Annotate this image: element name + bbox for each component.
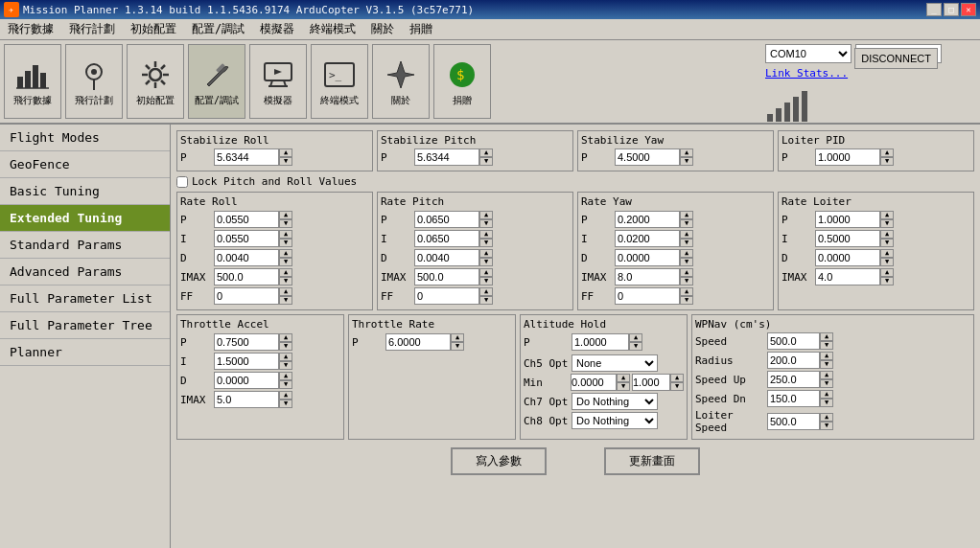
throttle-accel-i-down[interactable]: ▼ — [279, 361, 292, 370]
altitude-hold-p-up[interactable]: ▲ — [629, 333, 642, 342]
rate-pitch-imax-input[interactable] — [414, 268, 479, 285]
loiter-pid-p-up[interactable]: ▲ — [880, 148, 894, 157]
wpnav-speed-dn-up[interactable]: ▲ — [820, 390, 833, 399]
stabilize-yaw-p-up[interactable]: ▲ — [680, 148, 693, 157]
sidebar-item-full-param-tree[interactable]: Full Parameter Tree — [0, 312, 170, 339]
wpnav-speed-dn-down[interactable]: ▼ — [820, 399, 833, 407]
lock-pitch-roll-checkbox[interactable] — [176, 176, 188, 188]
throttle-accel-p-up[interactable]: ▲ — [279, 333, 292, 342]
rate-yaw-i-input[interactable] — [615, 230, 680, 247]
wpnav-loiter-speed-down[interactable]: ▼ — [820, 422, 833, 430]
sidebar-item-geofence[interactable]: GeoFence — [0, 151, 170, 178]
rate-yaw-ff-up[interactable]: ▲ — [680, 287, 693, 296]
loiter-pid-p-input[interactable] — [815, 148, 880, 166]
stabilize-yaw-p-input[interactable] — [615, 148, 680, 166]
alt-min-down[interactable]: ▼ — [617, 382, 630, 391]
menu-simulation[interactable]: 模擬器 — [252, 19, 302, 39]
loiter-pid-p-down[interactable]: ▼ — [880, 157, 894, 166]
rate-pitch-i-input[interactable] — [414, 230, 479, 247]
wpnav-speed-dn-input[interactable] — [767, 390, 820, 407]
minimize-button[interactable]: _ — [926, 3, 942, 16]
rate-roll-i-up[interactable]: ▲ — [279, 230, 292, 239]
refresh-screen-button[interactable]: 更新畫面 — [604, 447, 700, 475]
menu-flight-data[interactable]: 飛行數據 — [0, 19, 61, 39]
rate-pitch-i-down[interactable]: ▼ — [479, 239, 493, 247]
toolbar-flight-data[interactable]: 飛行數據 — [4, 44, 61, 119]
rate-roll-p-up[interactable]: ▲ — [279, 211, 292, 219]
throttle-rate-p-down[interactable]: ▼ — [451, 342, 464, 351]
rate-yaw-imax-up[interactable]: ▲ — [680, 268, 693, 277]
menu-flight-plan[interactable]: 飛行計劃 — [61, 19, 123, 39]
rate-loiter-p-up[interactable]: ▲ — [880, 211, 894, 219]
wpnav-speed-up-down[interactable]: ▼ — [820, 379, 833, 388]
sidebar-item-full-param-list[interactable]: Full Parameter List — [0, 285, 170, 312]
rate-pitch-imax-up[interactable]: ▲ — [479, 268, 493, 277]
rate-yaw-p-up[interactable]: ▲ — [680, 211, 693, 219]
wpnav-speed-up[interactable]: ▲ — [820, 332, 833, 341]
stabilize-roll-p-down[interactable]: ▼ — [279, 157, 292, 166]
rate-roll-ff-down[interactable]: ▼ — [279, 296, 292, 305]
rate-roll-i-down[interactable]: ▼ — [279, 239, 292, 247]
write-params-button[interactable]: 寫入參數 — [451, 447, 547, 475]
rate-loiter-i-up[interactable]: ▲ — [880, 230, 894, 239]
sidebar-item-basic-tuning[interactable]: Basic Tuning — [0, 178, 170, 205]
stabilize-pitch-p-up[interactable]: ▲ — [479, 148, 493, 157]
rate-loiter-i-down[interactable]: ▼ — [880, 239, 894, 247]
menu-config-tune[interactable]: 配置/調試 — [184, 19, 252, 39]
toolbar-initial-config[interactable]: 初始配置 — [127, 44, 184, 119]
wpnav-speed-up-input[interactable] — [767, 371, 820, 388]
maximize-button[interactable]: □ — [944, 3, 959, 16]
rate-roll-ff-up[interactable]: ▲ — [279, 287, 292, 296]
throttle-accel-d-up[interactable]: ▲ — [279, 372, 292, 380]
rate-yaw-ff-input[interactable] — [615, 287, 680, 305]
rate-loiter-p-input[interactable] — [815, 211, 880, 228]
altitude-hold-p-input[interactable] — [572, 333, 629, 351]
stabilize-roll-p-up[interactable]: ▲ — [279, 148, 292, 157]
rate-yaw-d-up[interactable]: ▲ — [680, 249, 693, 258]
wpnav-radius-up[interactable]: ▲ — [820, 352, 833, 360]
rate-yaw-d-down[interactable]: ▼ — [680, 258, 693, 266]
rate-yaw-i-down[interactable]: ▼ — [680, 239, 693, 247]
wpnav-speed-up-up[interactable]: ▲ — [820, 371, 833, 379]
stabilize-pitch-p-down[interactable]: ▼ — [479, 157, 493, 166]
link-stats-link[interactable]: Link Stats... — [765, 67, 848, 80]
rate-pitch-d-down[interactable]: ▼ — [479, 258, 493, 266]
menu-about[interactable]: 關於 — [363, 19, 402, 39]
wpnav-radius-input[interactable] — [767, 352, 820, 369]
rate-pitch-imax-down[interactable]: ▼ — [479, 277, 493, 285]
rate-yaw-imax-down[interactable]: ▼ — [680, 277, 693, 285]
rate-pitch-p-down[interactable]: ▼ — [479, 219, 493, 228]
stabilize-roll-p-input[interactable] — [214, 148, 279, 166]
wpnav-radius-down[interactable]: ▼ — [820, 360, 833, 369]
throttle-accel-p-down[interactable]: ▼ — [279, 342, 292, 351]
disconnect-button[interactable]: DISCONNECT — [854, 48, 938, 69]
rate-roll-d-input[interactable] — [214, 249, 279, 266]
rate-pitch-p-input[interactable] — [414, 211, 479, 228]
rate-loiter-d-input[interactable] — [815, 249, 880, 266]
rate-yaw-imax-input[interactable] — [615, 268, 680, 285]
ch8-opt-select[interactable]: Do NothingNone — [572, 412, 658, 429]
menu-donate[interactable]: 捐贈 — [402, 19, 440, 39]
toolbar-config-tune[interactable]: 配置/調試 — [188, 44, 245, 119]
throttle-rate-p-input[interactable] — [385, 333, 451, 351]
throttle-accel-p-input[interactable] — [214, 333, 279, 351]
rate-yaw-p-input[interactable] — [615, 211, 680, 228]
rate-roll-p-down[interactable]: ▼ — [279, 219, 292, 228]
rate-loiter-imax-up[interactable]: ▲ — [880, 268, 894, 277]
rate-yaw-i-up[interactable]: ▲ — [680, 230, 693, 239]
toolbar-terminal[interactable]: >_ 終端模式 — [311, 44, 368, 119]
throttle-accel-d-input[interactable] — [214, 372, 279, 389]
alt-max-input[interactable] — [632, 374, 670, 391]
throttle-accel-imax-down[interactable]: ▼ — [279, 400, 292, 408]
altitude-hold-p-down[interactable]: ▼ — [629, 342, 642, 351]
rate-loiter-d-down[interactable]: ▼ — [880, 258, 894, 266]
alt-min-input[interactable] — [571, 374, 617, 391]
sidebar-item-flight-modes[interactable]: Flight Modes — [0, 125, 170, 151]
alt-min-up[interactable]: ▲ — [617, 374, 630, 382]
toolbar-simulation[interactable]: 模擬器 — [249, 44, 307, 119]
throttle-accel-i-input[interactable] — [214, 353, 279, 370]
toolbar-flight-plan[interactable]: 飛行計劃 — [65, 44, 123, 119]
rate-roll-d-up[interactable]: ▲ — [279, 249, 292, 258]
rate-yaw-d-input[interactable] — [615, 249, 680, 266]
toolbar-about[interactable]: 關於 — [372, 44, 430, 119]
